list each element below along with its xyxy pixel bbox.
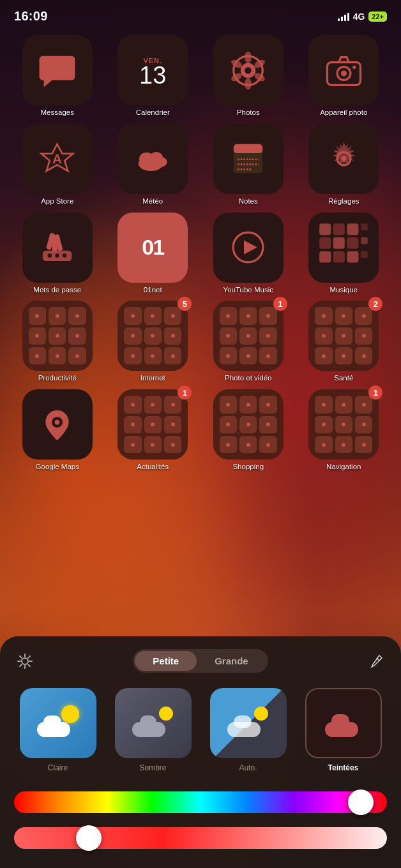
app-label-meteo: Météo <box>142 197 163 206</box>
theme-icon-auto <box>210 688 287 758</box>
app-icon-ytmusic <box>213 213 284 283</box>
app-icon-productivite <box>22 301 93 371</box>
svg-rect-45 <box>361 251 368 258</box>
badge-photovideo: 1 <box>273 297 287 311</box>
battery-indicator: 22+ <box>368 11 387 22</box>
app-label-passwords: Mots de passe <box>33 286 81 295</box>
svg-point-48 <box>22 658 28 664</box>
app-icon-photos <box>213 35 284 105</box>
badge-internet: 5 <box>178 297 192 311</box>
saturation-slider[interactable] <box>14 827 387 849</box>
svg-line-54 <box>28 664 30 666</box>
svg-point-31 <box>63 253 67 258</box>
size-toggle: Petite Grande <box>133 649 268 673</box>
app-label-reglages: Réglages <box>328 197 359 206</box>
app-label-productivite: Productivité <box>38 374 77 383</box>
app-sante[interactable]: 2 Santé <box>299 301 389 383</box>
app-musique[interactable]: Musique <box>299 213 389 295</box>
app-icon-sante: 2 <box>308 301 379 371</box>
app-ytmusic[interactable]: YouTube Music <box>204 213 293 295</box>
app-label-photovideo: Photo et vidéo <box>225 374 272 383</box>
app-messages[interactable]: Messages <box>13 35 102 117</box>
app-icon-actualites: 1 <box>117 389 188 460</box>
theme-options: Claire Sombre Auto. <box>14 688 387 772</box>
app-icon-01net: 01 <box>117 213 188 283</box>
app-photovideo[interactable]: 1 Photo et vidéo <box>204 301 293 383</box>
app-shopping[interactable]: Shopping <box>204 389 293 472</box>
theme-label-claire: Claire <box>48 763 68 772</box>
theme-sombre[interactable]: Sombre <box>109 688 197 772</box>
svg-rect-34 <box>319 223 331 235</box>
app-passwords[interactable]: Mots de passe <box>13 213 102 295</box>
signal-bar-3 <box>344 15 346 21</box>
app-label-calendrier: Calendrier <box>136 108 170 117</box>
svg-point-12 <box>352 65 356 68</box>
app-calendrier[interactable]: VEN. 13 Calendrier <box>109 35 198 117</box>
app-icon-notes <box>213 124 284 194</box>
app-label-appstore: App Store <box>41 197 73 206</box>
svg-point-17 <box>155 157 167 167</box>
theme-label-sombre: Sombre <box>139 763 166 772</box>
app-photos[interactable]: Photos <box>204 35 293 117</box>
app-productivite[interactable]: Productivité <box>13 301 102 383</box>
svg-rect-38 <box>319 237 331 248</box>
app-icon-maps <box>22 389 93 460</box>
eyedropper-icon[interactable] <box>365 650 387 672</box>
app-internet[interactable]: 5 Internet <box>109 301 198 383</box>
svg-point-2 <box>245 67 252 73</box>
app-meteo[interactable]: Météo <box>109 124 198 206</box>
slider-pink-track <box>14 827 387 849</box>
app-maps[interactable]: Google Maps <box>13 389 102 472</box>
app-label-actualites: Actualités <box>137 463 169 472</box>
color-slider-thumb[interactable] <box>348 789 374 815</box>
app-camera[interactable]: Appareil photo <box>299 35 389 117</box>
svg-rect-41 <box>361 237 368 244</box>
theme-teintees[interactable]: Teintées <box>299 688 387 772</box>
app-icon-navigation: 1 <box>308 389 379 460</box>
svg-rect-19 <box>234 144 263 153</box>
app-label-musique: Musique <box>330 286 358 295</box>
size-petite-button[interactable]: Petite <box>135 651 197 671</box>
svg-point-3 <box>245 51 252 63</box>
brightness-icon[interactable] <box>14 650 36 672</box>
size-grande-button[interactable]: Grande <box>197 651 266 671</box>
app-label-navigation: Navigation <box>326 463 361 472</box>
app-01net[interactable]: 01 01net <box>109 213 198 295</box>
slider-rainbow-track <box>14 791 387 813</box>
theme-claire[interactable]: Claire <box>14 688 102 772</box>
signal-bar-2 <box>341 17 343 21</box>
theme-icon-sombre <box>115 688 192 758</box>
svg-rect-39 <box>333 237 345 248</box>
app-icon-meteo <box>117 124 188 194</box>
svg-rect-37 <box>361 223 368 230</box>
app-label-camera: Appareil photo <box>320 108 367 117</box>
svg-point-29 <box>48 253 52 258</box>
theme-icon-claire <box>20 688 96 758</box>
app-navigation[interactable]: 1 Navigation <box>299 389 389 472</box>
app-label-ytmusic: YouTube Music <box>223 286 273 295</box>
app-actualites[interactable]: 1 Actualités <box>109 389 198 472</box>
app-appstore[interactable]: A App Store <box>13 124 102 206</box>
app-reglages[interactable]: Réglages <box>299 124 389 206</box>
badge-sante: 2 <box>368 297 382 311</box>
color-slider[interactable] <box>14 791 387 813</box>
signal-bars <box>338 12 349 21</box>
network-label: 4G <box>353 11 365 22</box>
theme-auto[interactable]: Auto. <box>204 688 292 772</box>
app-label-shopping: Shopping <box>232 463 264 472</box>
app-icon-photovideo: 1 <box>213 301 284 371</box>
badge-actualites: 1 <box>178 385 192 400</box>
svg-rect-44 <box>347 251 359 262</box>
app-notes[interactable]: Notes <box>204 124 293 206</box>
home-grid: Messages VEN. 13 Calendrier <box>0 29 401 478</box>
svg-point-11 <box>341 70 347 76</box>
sliders-area <box>14 791 387 849</box>
app-icon-appstore: A <box>22 124 93 194</box>
app-icon-internet: 5 <box>117 301 188 371</box>
status-time: 16:09 <box>14 9 48 24</box>
app-icon-reglages <box>308 124 379 194</box>
saturation-slider-thumb[interactable] <box>76 825 102 851</box>
app-label-01net: 01net <box>144 286 162 295</box>
signal-bar-1 <box>338 19 340 21</box>
svg-text:A: A <box>52 152 62 167</box>
